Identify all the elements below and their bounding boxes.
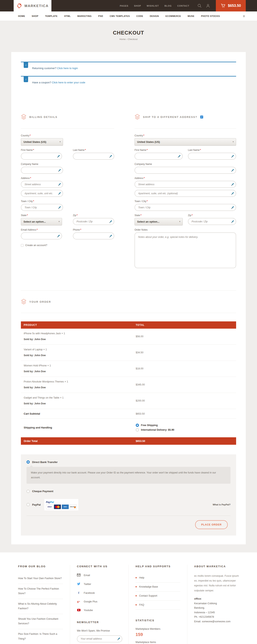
paypal-radio[interactable]: [26, 503, 30, 506]
nav-item-photo-stocks[interactable]: PHOTO STOCKS: [201, 15, 220, 17]
pen-icon: [58, 169, 61, 172]
cheque-payment-radio[interactable]: [26, 490, 30, 493]
bank-transfer-label: Direct Bank Transfer: [32, 460, 58, 464]
footer: FROM OUR BLOG How To Start Your Own Fash…: [0, 552, 257, 644]
billing-apartment-input[interactable]: [21, 190, 63, 197]
login-link[interactable]: Click here to login: [57, 67, 78, 70]
nav-item-cms-templates[interactable]: CMS TEMPLATES: [110, 15, 130, 17]
bank-transfer-radio[interactable]: [26, 460, 30, 464]
billing-state-select[interactable]: Select an option...▼: [21, 218, 62, 226]
top-link-blog[interactable]: BLOG: [164, 4, 172, 7]
social-link-email[interactable]: Email: [77, 574, 122, 577]
product-seller: Sold by: John Doe: [24, 338, 136, 341]
blog-link[interactable]: Should You Use Fashion Consultant Servic…: [18, 614, 63, 629]
billing-street-input[interactable]: [21, 181, 63, 188]
nav-item-marketing[interactable]: MARKETING: [77, 15, 92, 17]
coupon-link[interactable]: Click here to enter your code: [52, 81, 85, 84]
order-item-row: Gadget and Things on the Table × 1 Sold …: [21, 393, 236, 409]
social-link-facebook[interactable]: f Facebook: [77, 591, 122, 594]
social-link-youtube[interactable]: Youtube: [77, 609, 122, 612]
nav-item-shop[interactable]: SHOP: [32, 15, 38, 17]
layers-icon: [134, 114, 140, 120]
top-link-wishlist[interactable]: WISHLIST: [147, 4, 159, 7]
brand-logo[interactable]: MARKETICA: [14, 0, 52, 12]
pen-icon: [231, 206, 234, 209]
what-is-paypal-link[interactable]: What is PayPal?: [213, 504, 230, 506]
order-notes-textarea[interactable]: [134, 232, 236, 268]
payment-methods-box: Direct Bank Transfer Make your payment d…: [21, 454, 236, 536]
billing-phone-input[interactable]: [73, 232, 114, 240]
billing-country-select[interactable]: United States (US)▼: [21, 138, 63, 146]
social-link-google-plus[interactable]: g+ Google Plus: [77, 600, 122, 603]
cart-subtotal-label: Cart Subtotal: [21, 412, 136, 415]
shipping-first-name-input[interactable]: [134, 153, 183, 160]
search-icon[interactable]: [197, 4, 202, 8]
info-icon: i: [24, 76, 28, 82]
top-link-shop[interactable]: SHOP: [134, 4, 141, 7]
nav-item-muse[interactable]: MUSE: [188, 15, 194, 17]
cart-button[interactable]: $653.50: [216, 0, 246, 12]
pen-icon: [231, 192, 234, 195]
billing-zip-input[interactable]: [73, 218, 114, 225]
product-total: $34.50: [136, 351, 236, 354]
newsletter-email-input[interactable]: [77, 635, 122, 642]
social-link-twitter[interactable]: Twitter: [77, 582, 122, 586]
shipping-company-input[interactable]: [134, 167, 236, 174]
billing-email-input[interactable]: [21, 232, 62, 240]
total-column-header: TOTAL: [136, 324, 236, 326]
chevron-double-down-icon[interactable]: [242, 15, 245, 18]
shipping-street-input[interactable]: [134, 181, 236, 188]
footer-help-title: HELP AND SUPPORTS: [136, 565, 180, 568]
billing-town-input[interactable]: [21, 204, 63, 211]
chevron-down-icon: ▼: [59, 138, 61, 146]
shipping-country-select[interactable]: United States (US)▼: [134, 138, 236, 146]
nav-item-ecommerce[interactable]: ECOMMERCE: [166, 15, 181, 17]
billing-first-name-input[interactable]: [21, 153, 62, 160]
international-delivery-radio[interactable]: [136, 428, 139, 432]
shipping-state-select[interactable]: Select an option...▼: [134, 218, 183, 226]
stat-label: Marketplace Members: [136, 628, 180, 630]
shipping-title: SHIP TO A DIFFERENT ADDRESS?: [143, 116, 197, 118]
coupon-notice: i Have a coupon? Click here to enter you…: [21, 76, 236, 90]
pen-icon: [58, 192, 61, 195]
shipping-town-input[interactable]: [134, 204, 236, 211]
amex-card-icon: AMEX: [62, 504, 69, 509]
top-link-pages[interactable]: PAGES: [120, 4, 128, 7]
cart-subtotal-row: Cart Subtotal $653.50: [21, 409, 236, 418]
nav-item-psd[interactable]: PSD: [98, 15, 103, 17]
nav-item-html[interactable]: HTML: [64, 15, 71, 17]
help-link[interactable]: Contact Support: [136, 592, 180, 600]
create-account-checkbox[interactable]: [21, 244, 24, 247]
product-seller: Sold by: John Doe: [24, 354, 136, 357]
footer-blog-title: FROM OUR BLOG: [18, 565, 63, 568]
nav-item-template[interactable]: TEMPLATE: [45, 15, 58, 17]
newsletter-tagline: We Won't Spam, We Promise: [77, 629, 122, 632]
user-account-icon[interactable]: [206, 4, 210, 8]
top-link-contact[interactable]: CONTACT: [177, 4, 189, 7]
nav-item-home[interactable]: HOME: [18, 15, 25, 17]
nav-item-code[interactable]: CODE: [136, 15, 143, 17]
place-order-button[interactable]: PLACE ORDER: [195, 520, 228, 529]
blog-link[interactable]: How To Choose The Perfect Fashion Store?: [18, 584, 63, 599]
breadcrumb-home[interactable]: Home: [120, 38, 126, 40]
nav-item-design[interactable]: DESIGN: [150, 15, 159, 17]
billing-company-input[interactable]: [21, 167, 63, 174]
ship-different-checkbox[interactable]: ✓: [200, 116, 203, 118]
chevron-down-icon: ▼: [179, 218, 181, 225]
shipping-zip-input[interactable]: [188, 218, 236, 225]
help-link[interactable]: FAQ: [136, 600, 180, 610]
shipping-last-name-input[interactable]: [188, 153, 236, 160]
free-shipping-radio[interactable]: [136, 424, 139, 427]
help-link[interactable]: Help: [136, 574, 180, 582]
blog-link[interactable]: What is So Alluring About Celebrity Fash…: [18, 599, 63, 614]
shipping-apartment-input[interactable]: [134, 190, 236, 197]
blog-link[interactable]: How To Start Your Own Fashion Store?: [18, 574, 63, 584]
brand-name: MARKETICA: [24, 4, 48, 8]
blog-link[interactable]: Plus Size Fashion: Is There Such a Thing…: [18, 629, 63, 644]
free-shipping-label: Free Shipping: [141, 424, 158, 427]
help-link[interactable]: Knowladge Base: [136, 582, 180, 592]
zip-label: Zip: [188, 214, 191, 217]
footer-about-column: ABOUT MARKETICA ec mollis lorem consequa…: [187, 565, 246, 644]
cart-subtotal-value: $653.50: [136, 412, 236, 415]
billing-last-name-input[interactable]: [73, 153, 114, 160]
